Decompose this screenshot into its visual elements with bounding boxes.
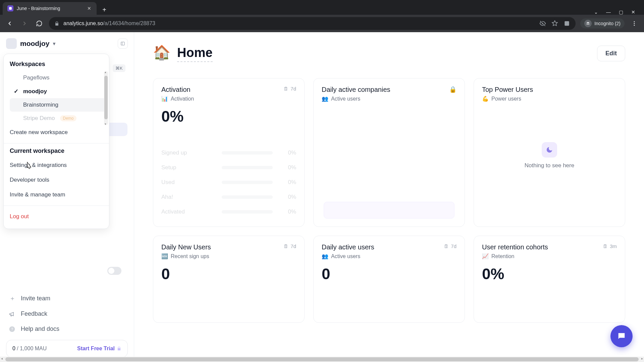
divider: [4, 143, 109, 143]
card-activation[interactable]: Activation 📊 Activation 🗓 7d 0% Signed u…: [153, 78, 305, 227]
card-daily-active-users[interactable]: Daily active users 👥 Active users 🗓7d 0: [313, 236, 465, 323]
logout-button[interactable]: Log out: [4, 209, 109, 224]
empty-state: Nothing to see here: [482, 102, 617, 209]
help-docs-link[interactable]: ? Help and docs: [6, 321, 128, 337]
svg-point-3: [634, 21, 635, 22]
maximize-icon[interactable]: ▢: [619, 9, 623, 15]
workspace-item-label: moodjoy: [23, 88, 47, 95]
locked-overlay: [324, 202, 454, 219]
card-title: Daily active companies: [322, 86, 390, 94]
address-bar[interactable]: analytics.june.so/a/14634/home/28873: [49, 17, 576, 30]
workspace-item-pageflows[interactable]: Pageflows: [10, 71, 108, 84]
sidebar: moodjoy ▾ ⌘K Workspaces Pageflows ✓ mood…: [0, 32, 134, 362]
workspace-item-label: Stripe Demo: [23, 115, 55, 122]
collapse-sidebar-button[interactable]: [118, 39, 128, 49]
svg-rect-6: [121, 42, 125, 45]
demo-badge: Demo: [60, 115, 76, 121]
settings-integrations-link[interactable]: Settings & integrations: [4, 158, 109, 173]
developer-tools-link[interactable]: Developer tools: [4, 173, 109, 187]
browser-tab[interactable]: June - Brainstorming ✕: [3, 2, 97, 15]
card-title: Top Power Users: [482, 86, 533, 94]
card-period: 🗓 7d: [283, 86, 296, 92]
tab-strip: June - Brainstorming ✕ + ⌄ — ▢ ✕: [0, 0, 644, 15]
card-title: Activation: [161, 86, 194, 94]
intercom-launcher[interactable]: [610, 325, 633, 347]
card-top-power-users[interactable]: Top Power Users 💪 Power users Nothing to…: [474, 78, 625, 227]
current-workspace-header: Current workspace: [4, 147, 109, 158]
workspace-dropdown: Workspaces Pageflows ✓ moodjoy Brainstor…: [3, 54, 109, 229]
feedback-link[interactable]: Feedback: [6, 306, 128, 321]
card-grid-row-2: Daily New Users 🆕 Recent sign ups 🗓7d 0 …: [153, 236, 625, 323]
workspace-item-stripe-demo[interactable]: Stripe Demo Demo: [10, 112, 108, 125]
card-daily-active-companies[interactable]: Daily active companies 👥 Active users 🔒: [313, 78, 465, 227]
eye-off-icon[interactable]: [539, 20, 546, 27]
workspace-name: moodjoy: [20, 40, 50, 48]
dropdown-scrollbar[interactable]: [104, 71, 108, 125]
mau-usage: 0 / 1,000 MAU: [12, 346, 47, 352]
page-header: 🏠 Home Edit: [153, 46, 625, 62]
card-stat: 0%: [482, 265, 617, 283]
incognito-icon: [584, 20, 592, 27]
page-emoji-icon: 🏠: [153, 46, 170, 60]
muscle-icon: 💪: [482, 96, 489, 102]
toggle-switch[interactable]: [107, 267, 121, 275]
toolbar: analytics.june.so/a/14634/home/28873 Inc…: [0, 15, 644, 32]
workspace-selector[interactable]: moodjoy ▾: [6, 38, 128, 49]
window-controls: ⌄ — ▢ ✕: [594, 9, 641, 15]
keyboard-shortcut-badge: ⌘K: [113, 64, 125, 72]
megaphone-icon: [9, 311, 16, 317]
calendar-icon: 🗓: [603, 243, 608, 249]
link-label: Help and docs: [21, 325, 59, 333]
bookmark-icon[interactable]: [551, 20, 558, 27]
forward-button[interactable]: [19, 18, 30, 28]
minimize-icon[interactable]: —: [606, 9, 611, 15]
card-subtitle: Recent sign ups: [171, 253, 209, 259]
reload-button[interactable]: [34, 18, 44, 28]
horizontal-scrollbar[interactable]: [0, 357, 644, 362]
workspace-item-brainstorming[interactable]: Brainstorming: [10, 98, 108, 112]
url-text: analytics.june.so/a/14634/home/28873: [63, 20, 155, 26]
page-title[interactable]: Home: [177, 46, 213, 62]
card-user-retention[interactable]: User retention cohorts 📈 Retention 🗓3m 0…: [474, 236, 625, 323]
card-subtitle: Retention: [491, 253, 515, 259]
invite-team-link[interactable]: ＋ Invite team: [6, 290, 128, 306]
nav-item-selected-background: [109, 123, 127, 136]
lock-icon: 🔒: [449, 86, 457, 93]
svg-point-5: [634, 25, 635, 26]
card-stat: 0: [161, 265, 296, 283]
start-trial-button[interactable]: Start Free Trial: [77, 346, 121, 352]
new-tab-button[interactable]: +: [99, 5, 109, 15]
card-period: 🗓3m: [603, 243, 617, 249]
back-button[interactable]: [5, 18, 15, 28]
tab-favicon-icon: [7, 5, 13, 11]
plus-icon: ＋: [9, 294, 16, 302]
extensions-icon[interactable]: [564, 20, 570, 27]
card-stat: 0: [322, 265, 457, 283]
mau-card: 0 / 1,000 MAU Start Free Trial: [6, 340, 128, 357]
new-icon: 🆕: [161, 253, 168, 259]
link-label: Feedback: [21, 310, 47, 317]
kebab-menu-icon[interactable]: [629, 18, 639, 28]
card-daily-new-users[interactable]: Daily New Users 🆕 Recent sign ups 🗓7d 0: [153, 236, 305, 323]
card-subtitle: Power users: [491, 96, 521, 102]
workspace-item-moodjoy[interactable]: ✓ moodjoy: [10, 84, 108, 98]
tab-title: June - Brainstorming: [17, 6, 83, 11]
check-icon: ✓: [14, 88, 20, 95]
create-workspace-button[interactable]: Create new workspace: [4, 125, 109, 140]
card-grid-row-1: Activation 📊 Activation 🗓 7d 0% Signed u…: [153, 78, 625, 227]
edit-button[interactable]: Edit: [597, 46, 625, 61]
incognito-label: Incognito (2): [594, 21, 621, 26]
invite-manage-team-link[interactable]: Invite & manage team: [4, 187, 109, 202]
tab-search-icon[interactable]: ⌄: [594, 9, 598, 15]
chart-icon: 📊: [161, 96, 168, 102]
incognito-badge[interactable]: Incognito (2): [580, 18, 625, 28]
link-label: Invite team: [21, 295, 50, 302]
close-icon[interactable]: ✕: [87, 6, 92, 11]
chevron-down-icon: ▾: [53, 41, 55, 46]
calendar-icon: 🗓: [283, 243, 288, 249]
card-subtitle: Active users: [331, 96, 360, 102]
people-icon: 👥: [322, 253, 328, 259]
close-window-icon[interactable]: ✕: [631, 9, 635, 15]
lock-icon: [117, 346, 121, 351]
browser-chrome: June - Brainstorming ✕ + ⌄ — ▢ ✕ analyti…: [0, 0, 644, 32]
